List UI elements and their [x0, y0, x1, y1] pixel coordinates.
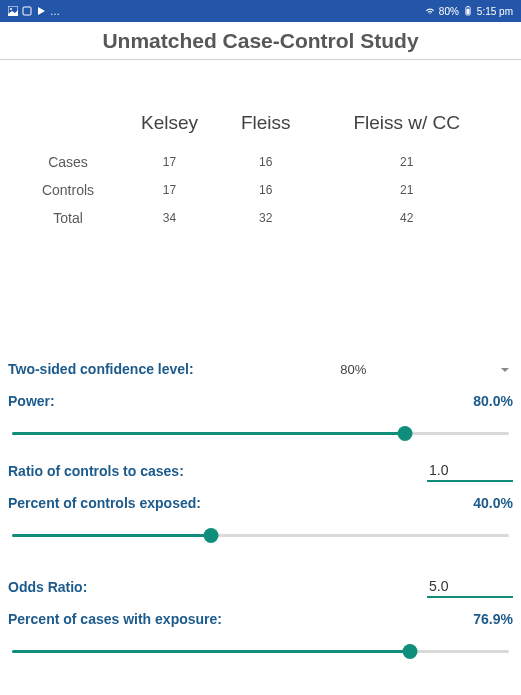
cases-exposure-slider[interactable] — [12, 638, 509, 666]
confidence-row[interactable]: Two-sided confidence level: 80% — [8, 356, 513, 382]
power-slider[interactable] — [12, 420, 509, 448]
row-label-total: Total — [18, 204, 118, 232]
cases-exposure-row: Percent of cases with exposure: 76.9% — [8, 606, 513, 632]
svg-rect-5 — [466, 9, 469, 15]
confidence-select[interactable]: 80% — [194, 362, 513, 377]
row-label-controls: Controls — [18, 176, 118, 204]
slider-thumb[interactable] — [402, 644, 417, 659]
col-fleiss: Fleiss — [221, 92, 311, 148]
ratio-input[interactable] — [427, 460, 513, 482]
table-row: Cases 17 16 21 — [18, 148, 503, 176]
odds-ratio-input[interactable] — [427, 576, 513, 598]
cases-exposure-value: 76.9% — [473, 611, 513, 627]
ratio-label: Ratio of controls to cases: — [8, 463, 184, 479]
square-icon — [22, 6, 32, 16]
image-icon — [8, 6, 18, 16]
col-kelsey: Kelsey — [118, 92, 221, 148]
battery-text: 80% — [439, 6, 459, 17]
odds-ratio-label: Odds Ratio: — [8, 579, 87, 595]
row-label-cases: Cases — [18, 148, 118, 176]
power-row: Power: 80.0% — [8, 388, 513, 414]
battery-icon — [463, 6, 473, 16]
status-more: … — [50, 6, 60, 17]
svg-rect-4 — [467, 6, 469, 7]
cell: 42 — [311, 204, 503, 232]
cell: 16 — [221, 148, 311, 176]
results-table: Kelsey Fleiss Fleiss w/ CC Cases 17 16 2… — [0, 60, 521, 232]
table-row: Total 34 32 42 — [18, 204, 503, 232]
ratio-row: Ratio of controls to cases: — [8, 458, 513, 484]
page-title: Unmatched Case-Control Study — [0, 22, 521, 60]
slider-thumb[interactable] — [203, 528, 218, 543]
parameters-panel: Two-sided confidence level: 80% Power: 8… — [0, 356, 521, 676]
col-fleiss-cc: Fleiss w/ CC — [311, 92, 503, 148]
cell: 17 — [118, 148, 221, 176]
power-value: 80.0% — [473, 393, 513, 409]
svg-point-1 — [10, 8, 12, 10]
cases-exposure-label: Percent of cases with exposure: — [8, 611, 222, 627]
controls-exposed-slider[interactable] — [12, 522, 509, 550]
wifi-icon — [425, 6, 435, 16]
cell: 21 — [311, 176, 503, 204]
status-left: … — [8, 6, 60, 17]
power-label: Power: — [8, 393, 55, 409]
cell: 17 — [118, 176, 221, 204]
slider-thumb[interactable] — [397, 426, 412, 441]
cell: 34 — [118, 204, 221, 232]
play-icon — [36, 6, 46, 16]
status-bar: … 80% 5:15 pm — [0, 0, 521, 22]
status-time: 5:15 pm — [477, 6, 513, 17]
controls-exposed-value: 40.0% — [473, 495, 513, 511]
controls-exposed-label: Percent of controls exposed: — [8, 495, 201, 511]
svg-rect-2 — [23, 7, 31, 15]
table-corner — [18, 92, 118, 148]
controls-exposed-row: Percent of controls exposed: 40.0% — [8, 490, 513, 516]
table-row: Controls 17 16 21 — [18, 176, 503, 204]
status-right: 80% 5:15 pm — [425, 6, 513, 17]
chevron-down-icon — [501, 368, 509, 372]
cell: 32 — [221, 204, 311, 232]
cell: 16 — [221, 176, 311, 204]
cell: 21 — [311, 148, 503, 176]
odds-ratio-row: Odds Ratio: — [8, 574, 513, 600]
confidence-label: Two-sided confidence level: — [8, 361, 194, 377]
